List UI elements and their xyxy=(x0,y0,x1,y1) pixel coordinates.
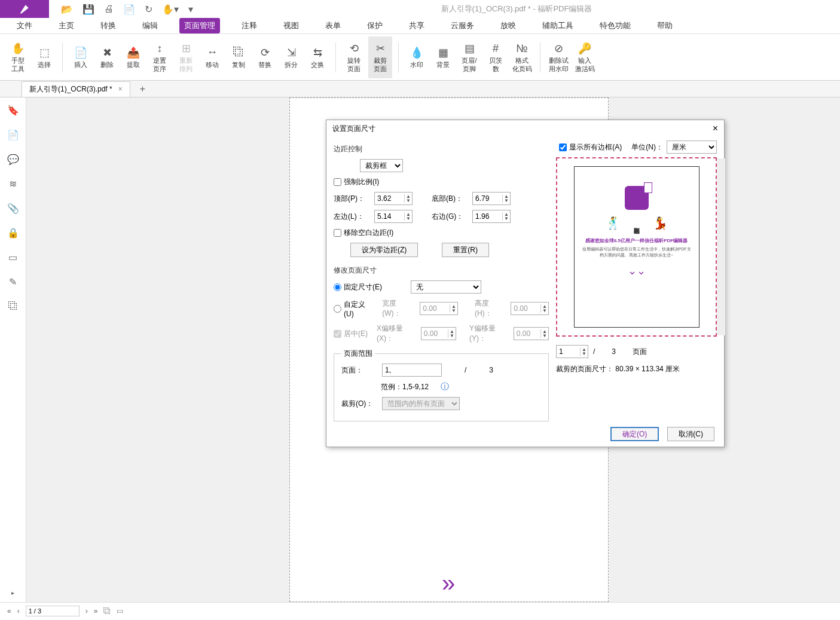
print-icon[interactable]: 🖨 xyxy=(104,4,114,14)
fit-icon[interactable]: ▭ xyxy=(117,607,123,615)
ribbon-逆置页序[interactable]: ↕逆置页序 xyxy=(148,36,172,78)
menu-主页[interactable]: 主页 xyxy=(54,18,79,33)
fixed-size-select[interactable]: 无 xyxy=(411,280,481,294)
zero-margin-button[interactable]: 设为零边距(Z) xyxy=(350,243,418,257)
ribbon-icon: ⿻ xyxy=(231,45,246,60)
force-ratio-checkbox[interactable]: 强制比例(I) xyxy=(334,177,379,187)
ribbon-替换[interactable]: ⟳替换 xyxy=(253,36,277,78)
menu-放映[interactable]: 放映 xyxy=(496,18,521,33)
ribbon-旋转页面[interactable]: ⟲旋转页面 xyxy=(342,36,366,78)
pages-label: 页面： xyxy=(341,365,377,375)
pages-icon[interactable]: 📄 xyxy=(7,129,19,141)
ribbon-裁剪页面[interactable]: ✂裁剪页面 xyxy=(368,36,392,78)
ribbon-格式化页码[interactable]: №格式化页码 xyxy=(510,36,534,78)
signature-icon[interactable]: ✎ xyxy=(9,276,17,288)
view-mode-icon[interactable]: ⿻ xyxy=(103,607,111,615)
ribbon-label: 删除试用水印 xyxy=(549,57,569,72)
menu-辅助工具[interactable]: 辅助工具 xyxy=(537,18,578,33)
close-icon[interactable]: × xyxy=(118,85,123,93)
ribbon: ✋手型工具⬚选择📄插入✖删除📤提取↕逆置页序⊞重新排列↔移动⿻复制⟳替换⇲拆分⇆… xyxy=(0,34,840,81)
crop-label: 裁剪(O)： xyxy=(341,399,377,409)
menu-注释[interactable]: 注释 xyxy=(237,18,262,33)
cancel-button[interactable]: 取消(C) xyxy=(667,427,714,441)
show-all-borders-checkbox[interactable]: 显示所有边框(A) xyxy=(559,142,622,152)
ribbon-手型工具[interactable]: ✋手型工具 xyxy=(6,36,30,78)
crop-box-select[interactable]: 裁剪框 xyxy=(360,159,403,172)
ok-button[interactable]: 确定(O) xyxy=(610,427,659,441)
bookmark-icon[interactable]: 🔖 xyxy=(7,105,19,116)
separator xyxy=(398,42,399,72)
security-icon[interactable]: 🔒 xyxy=(7,227,19,239)
ribbon-水印[interactable]: 💧水印 xyxy=(405,36,429,78)
compare-icon[interactable]: ⿻ xyxy=(8,301,18,311)
menu-帮助[interactable]: 帮助 xyxy=(652,18,677,33)
ribbon-页眉/页脚[interactable]: ▤页眉/页脚 xyxy=(457,36,481,78)
ribbon-贝茨数[interactable]: #贝茨数 xyxy=(484,36,508,78)
preview-scrollbar[interactable] xyxy=(717,158,725,335)
redo-icon[interactable]: ↻ xyxy=(145,4,152,15)
fixed-size-radio[interactable]: 固定尺寸(E) xyxy=(334,282,382,292)
ribbon-删除[interactable]: ✖删除 xyxy=(95,36,119,78)
layers-icon[interactable]: ≋ xyxy=(9,178,17,190)
remove-white-checkbox[interactable]: 移除空白边距(I) xyxy=(334,228,393,238)
menu-页面管理[interactable]: 页面管理 xyxy=(179,18,220,33)
menu-文件[interactable]: 文件 xyxy=(12,18,37,33)
yoffset-input: 0.00▲▼ xyxy=(514,327,549,340)
ribbon-插入[interactable]: 📄插入 xyxy=(69,36,93,78)
ribbon-交换[interactable]: ⇆交换 xyxy=(306,36,329,78)
ribbon-icon: # xyxy=(488,41,503,56)
document-tab[interactable]: 新人引导(1)_OCR(3).pdf * × xyxy=(22,81,130,97)
next-page-icon[interactable]: › xyxy=(85,607,88,615)
prev-page-icon[interactable]: ‹ xyxy=(17,607,20,615)
ribbon-label: 删除 xyxy=(100,61,114,69)
reset-button[interactable]: 重置(R) xyxy=(442,243,489,257)
ribbon-输入激活码[interactable]: 🔑输入激活码 xyxy=(573,36,597,78)
open-icon[interactable]: 📂 xyxy=(61,4,73,15)
expand-icon[interactable]: ▸ xyxy=(11,590,14,596)
menu-表单[interactable]: 表单 xyxy=(320,18,346,33)
menu-特色功能[interactable]: 特色功能 xyxy=(595,18,636,33)
new-icon[interactable]: 📄 xyxy=(123,4,135,15)
ribbon-选择[interactable]: ⬚选择 xyxy=(32,36,56,78)
form-icon[interactable]: ▭ xyxy=(8,252,17,263)
custom-size-radio[interactable]: 自定义(U) xyxy=(334,300,375,318)
resize-label: 修改页面尺寸 xyxy=(334,265,549,276)
ribbon-背景[interactable]: ▦背景 xyxy=(431,36,455,78)
pages-input[interactable] xyxy=(382,364,442,377)
info-icon[interactable]: ⓘ xyxy=(441,381,449,392)
hand-icon[interactable]: ✋▾ xyxy=(162,4,179,15)
attachments-icon[interactable]: 📎 xyxy=(7,203,19,214)
unit-label: 单位(N)： xyxy=(631,142,663,152)
ribbon-复制[interactable]: ⿻复制 xyxy=(227,36,251,78)
top-input[interactable]: 3.62▲▼ xyxy=(374,192,413,205)
comments-icon[interactable]: 💬 xyxy=(7,154,19,165)
bottom-input[interactable]: 6.79▲▼ xyxy=(472,192,511,205)
ribbon-删除试用水印[interactable]: ⊘删除试用水印 xyxy=(546,36,570,78)
menu-视图[interactable]: 视图 xyxy=(279,18,304,33)
add-tab-button[interactable]: + xyxy=(140,84,145,94)
first-page-icon[interactable]: « xyxy=(7,607,11,615)
last-page-icon[interactable]: » xyxy=(94,607,98,615)
save-icon[interactable]: 💾 xyxy=(83,4,94,15)
crop-range-select[interactable]: 范围内的所有页面 xyxy=(382,397,460,410)
menu-转换[interactable]: 转换 xyxy=(96,18,121,33)
ribbon-拆分[interactable]: ⇲拆分 xyxy=(279,36,303,78)
close-icon[interactable]: × xyxy=(713,123,718,134)
page-size-dialog: 设置页面尺寸 × 边距控制 裁剪框 强制比例(I) 顶部(P)： 3.62▲▼ … xyxy=(326,120,725,447)
ribbon-提取[interactable]: 📤提取 xyxy=(121,36,145,78)
ribbon-icon: ✖ xyxy=(100,45,114,60)
menu-云服务[interactable]: 云服务 xyxy=(446,18,479,33)
preview-headline: 感谢您如全球6.5亿用户一样信任福昕PDF编辑器 xyxy=(585,237,688,244)
ribbon-移动[interactable]: ↔移动 xyxy=(200,36,224,78)
menu-编辑[interactable]: 编辑 xyxy=(138,18,163,33)
unit-select[interactable]: 厘米 xyxy=(667,141,717,154)
preview-page-input[interactable]: 1▲▼ xyxy=(556,345,588,358)
menu-保护[interactable]: 保护 xyxy=(362,18,387,33)
menu-共享[interactable]: 共享 xyxy=(404,18,429,33)
page-number-input[interactable] xyxy=(26,606,80,616)
left-input[interactable]: 5.14▲▼ xyxy=(374,210,413,223)
more-icon[interactable]: ▾ xyxy=(188,4,193,15)
right-input[interactable]: 1.96▲▼ xyxy=(472,210,511,223)
height-label: 高度(H)： xyxy=(475,298,506,319)
ribbon-label: 替换 xyxy=(258,61,271,69)
